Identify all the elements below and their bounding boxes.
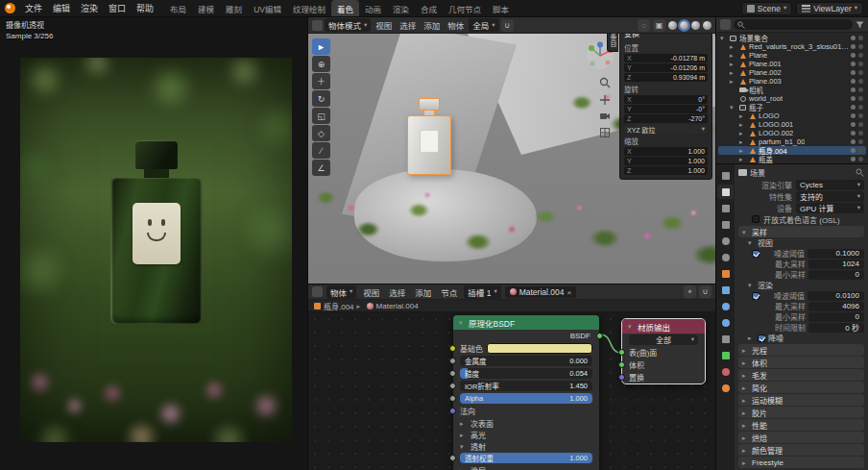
location-x-field[interactable]: X-0.01278 m xyxy=(624,54,708,62)
overlays-icon[interactable]: ◌ xyxy=(638,19,650,32)
metallic-slider[interactable]: 金属度0.000 xyxy=(460,356,592,366)
expand-icon[interactable] xyxy=(739,147,746,154)
scale-y-field[interactable]: Y1.000 xyxy=(624,157,708,165)
min-samples-value[interactable]: 0 xyxy=(808,312,864,322)
scale-z-field[interactable]: Z1.000 xyxy=(624,166,708,175)
output-node-header[interactable]: 材质输出 xyxy=(622,319,705,334)
panel-simplify[interactable]: 简化 xyxy=(738,382,864,393)
expand-icon[interactable] xyxy=(739,121,746,128)
noise-threshold-checkbox[interactable] xyxy=(752,292,760,300)
rotation-y-field[interactable]: Y-0° xyxy=(624,105,708,113)
shading-material-icon[interactable] xyxy=(691,21,700,30)
cursor-tool[interactable]: ⊕ xyxy=(312,56,330,72)
visibility-toggles[interactable] xyxy=(851,139,864,144)
expand-icon[interactable] xyxy=(730,61,736,67)
editor-type-icon-outliner[interactable] xyxy=(720,19,731,30)
visibility-toggles[interactable] xyxy=(851,148,864,153)
panel-bake[interactable]: 烘焙 xyxy=(738,432,864,443)
tab-object-data-properties[interactable] xyxy=(717,348,734,362)
outliner-row[interactable]: 瓶子 xyxy=(718,103,866,111)
denoise-checkbox[interactable] xyxy=(758,334,765,342)
min-samples-value[interactable]: 0 xyxy=(808,270,864,280)
osl-checkbox[interactable] xyxy=(752,215,760,223)
workspace-tab-geometry-nodes[interactable]: 几何节点 xyxy=(443,0,487,16)
principled-bsdf-node[interactable]: 原理化BSDF BSDF 基础色 金属度0.000 糙度0.054 xyxy=(452,314,600,470)
expand-icon[interactable] xyxy=(742,447,749,454)
unlink-icon[interactable] xyxy=(567,287,571,297)
panel-color-management[interactable]: 颜色管理 xyxy=(738,444,864,456)
visibility-toggles[interactable] xyxy=(851,113,864,118)
camera-view-icon[interactable] xyxy=(599,111,611,121)
outliner-row[interactable]: Plane.003 xyxy=(718,77,866,86)
menu-file[interactable]: 文件 xyxy=(20,2,47,14)
feature-set-dropdown[interactable]: 支持的 xyxy=(796,191,864,202)
expand-icon[interactable] xyxy=(742,434,749,441)
search-icon[interactable] xyxy=(856,168,864,177)
visibility-toggles[interactable] xyxy=(851,44,864,49)
expand-icon[interactable] xyxy=(742,422,749,429)
workspace-tab-modeling[interactable]: 建模 xyxy=(192,0,220,16)
zoom-icon[interactable] xyxy=(599,77,611,88)
material-datablock[interactable]: Material.004 xyxy=(505,286,576,298)
expand-icon[interactable] xyxy=(739,130,746,136)
expand-icon[interactable] xyxy=(739,156,746,162)
scene-selector[interactable]: Scene xyxy=(741,2,792,15)
visibility-toggles[interactable] xyxy=(851,53,864,58)
expand-icon[interactable] xyxy=(742,397,749,404)
scale-x-field[interactable]: X1.000 xyxy=(624,147,708,156)
base-color-swatch[interactable] xyxy=(487,343,592,354)
tab-render-properties[interactable] xyxy=(717,185,734,199)
volume-input-socket[interactable] xyxy=(618,361,625,368)
tab-material-properties[interactable] xyxy=(717,364,734,379)
outliner-row[interactable]: 相机 xyxy=(718,86,866,94)
outliner-search-input[interactable] xyxy=(734,19,853,30)
shader-menu-view[interactable]: 视图 xyxy=(360,286,382,298)
expand-icon[interactable] xyxy=(730,69,736,76)
workspace-tab-layout[interactable]: 布局 xyxy=(164,0,192,16)
bsdf-node-header[interactable]: 原理化BSDF xyxy=(453,315,599,330)
workspace-tab-texture-paint[interactable]: 纹理绘制 xyxy=(287,0,331,16)
roughness-input-socket[interactable] xyxy=(449,370,456,377)
specular-section[interactable]: 高光 xyxy=(453,429,599,440)
filter-funnel-icon[interactable] xyxy=(856,21,864,29)
outliner-row[interactable]: world_root xyxy=(718,94,866,103)
rotation-z-field[interactable]: Z-270° xyxy=(624,114,708,123)
tab-view-layer-properties[interactable] xyxy=(717,217,734,232)
tab-modifier-properties[interactable] xyxy=(717,283,734,297)
tab-scene-properties[interactable] xyxy=(717,234,734,248)
max-samples-value[interactable]: 4096 xyxy=(808,302,864,311)
expand-icon[interactable] xyxy=(748,334,755,341)
scale-tool[interactable]: ◱ xyxy=(312,108,330,124)
expand-icon[interactable] xyxy=(460,420,467,427)
pin-icon[interactable]: ⌖ xyxy=(684,285,696,298)
expand-icon[interactable] xyxy=(460,467,467,470)
expand-icon[interactable] xyxy=(742,372,749,379)
outliner-row[interactable]: Red_valuris_rock_3_slosu01_00_LOD0 xyxy=(718,42,866,51)
xray-icon[interactable]: ▣ xyxy=(653,19,665,32)
outliner-row[interactable]: LOGO.001 xyxy=(718,120,866,129)
expand-icon[interactable] xyxy=(748,239,755,246)
tab-constraint-properties[interactable] xyxy=(717,332,734,346)
viewport-menu-object[interactable]: 物体 xyxy=(445,19,467,31)
subpanel-denoise[interactable]: 降噪 xyxy=(738,333,864,343)
bsdf-output-socket[interactable] xyxy=(596,333,603,339)
expand-icon[interactable] xyxy=(742,459,749,466)
select-tool[interactable]: ► xyxy=(312,38,330,55)
normal-input-socket[interactable] xyxy=(449,408,456,414)
transform-tool[interactable]: ◇ xyxy=(312,125,330,141)
mode-dropdown[interactable]: 物体模式 xyxy=(325,18,371,32)
transmission-weight-socket[interactable] xyxy=(449,455,456,461)
view-layer-selector[interactable]: ViewLayer xyxy=(796,2,863,15)
panel-performance[interactable]: 性能 xyxy=(738,419,864,431)
menu-help[interactable]: 帮助 xyxy=(132,2,158,14)
output-target-dropdown[interactable]: 全部 xyxy=(629,334,698,345)
expand-icon[interactable] xyxy=(730,52,736,59)
outliner-row[interactable]: LOGO xyxy=(718,111,866,120)
transmission-section[interactable]: 透射 xyxy=(453,440,599,452)
outliner-row[interactable]: Plane.002 xyxy=(718,68,866,77)
visibility-toggles[interactable] xyxy=(851,105,864,110)
displacement-input-socket[interactable] xyxy=(618,374,625,381)
visibility-toggles[interactable] xyxy=(851,79,864,84)
noise-threshold-value[interactable]: 0.0100 xyxy=(808,291,864,301)
menu-render[interactable]: 渲染 xyxy=(76,2,103,14)
